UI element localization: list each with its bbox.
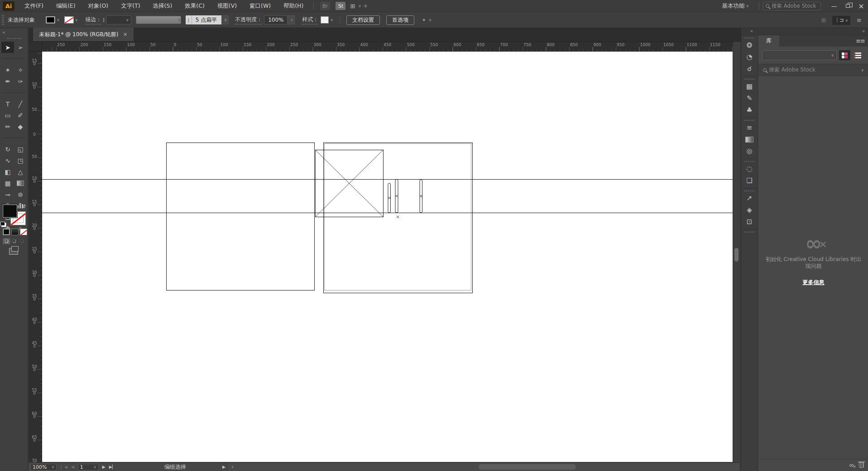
gpu-performance-icon[interactable]: ✈ [363,3,368,10]
rectangle-left[interactable] [167,143,315,290]
drag-handle[interactable] [2,15,4,25]
artwork-layer[interactable] [42,52,733,462]
magic-wand-tool[interactable]: ✶ [1,64,14,76]
direct-selection-tool[interactable]: ➢ [14,42,27,53]
drag-handle[interactable] [744,38,754,38]
eraser-tool[interactable]: ◆ [14,121,27,132]
gradient-icon[interactable] [741,133,758,145]
vertical-scrollbar[interactable] [733,42,739,462]
preferences-button[interactable]: 首选项 [386,15,414,25]
stock-button[interactable]: St [336,2,345,10]
horizontal-scrollbar[interactable]: ‹ [229,462,739,471]
asset-export-icon[interactable]: ↗ [741,192,758,204]
opacity-label[interactable]: 不透明度： [235,16,262,24]
gradient-button[interactable] [11,228,19,235]
color-panel-icon[interactable]: ❂ [741,39,758,51]
perspective-grid-tool[interactable]: △ [14,166,27,177]
color-guide-icon[interactable]: ◔ [741,51,758,63]
blend-tool[interactable]: ⊚ [14,189,27,200]
list-view-icon[interactable]: ≡ [857,17,862,24]
zoom-level-combo[interactable]: 100% ∨ [30,464,57,471]
chevron-down-icon[interactable]: ∨ [358,4,361,8]
menu-item-3[interactable]: 文字(T) [115,2,146,10]
paintbrush-tool[interactable]: ✐ [14,109,27,121]
library-select-combo[interactable]: ∨ [762,50,837,60]
scale-tool[interactable]: ◱ [14,143,27,155]
transparency-icon[interactable]: ◎ [741,145,758,157]
style-swatch[interactable] [321,16,329,24]
artboard-number-combo[interactable]: 1 ∨ [78,464,99,471]
adobe-stock-search-input[interactable]: 搜索 Adobe Stock [763,2,821,10]
drag-handle[interactable] [744,79,754,80]
rotate-tool[interactable]: ↻ [1,143,14,155]
delete-icon[interactable] [859,462,864,468]
drag-handle[interactable] [7,38,21,39]
panel-dock-toggle[interactable]: ⋮⊐ ∨ [832,16,850,25]
vertical-scrollbar-thumb[interactable] [734,248,739,262]
chevron-down-icon[interactable]: ∨ [330,18,333,22]
drag-handle[interactable] [744,161,754,162]
menu-item-6[interactable]: 视图(V) [211,2,243,10]
curvature-tool[interactable]: ✑ [14,76,27,87]
none-button[interactable] [20,228,27,235]
style-label[interactable]: 样式： [302,16,318,24]
type-tool[interactable]: T [1,98,14,109]
menu-item-7[interactable]: 窗口(W) [243,2,277,10]
status-expand-icon[interactable]: ▶ [222,465,225,469]
first-artboard-icon[interactable]: ▏◀ [61,465,67,469]
artboards-icon[interactable]: ⊡ [741,216,758,228]
center-point-marker[interactable] [397,216,399,218]
last-artboard-icon[interactable]: ▶▏ [109,465,115,469]
menu-item-8[interactable]: 帮助(H) [277,2,310,10]
brushes-icon[interactable]: ✎ [741,92,758,104]
bridge-button[interactable]: Br [320,2,330,10]
change-screen-mode-button[interactable] [9,248,18,255]
scroll-left-icon[interactable]: ‹ [231,464,234,470]
eyedropper-tool[interactable]: ⊸ [1,189,14,200]
swap-fill-stroke-icon[interactable]: ⇄ [21,203,27,209]
pencil-tool[interactable]: ✏ [1,121,14,132]
line-segment-tool[interactable]: ╱ [14,98,27,109]
stroke-weight-label[interactable]: 描边： [85,16,101,24]
selection-tool[interactable]: ➤ [1,42,14,53]
horizontal-scrollbar-thumb[interactable] [479,464,576,470]
fill-proxy-swatch[interactable] [2,204,18,218]
artboard-canvas[interactable] [42,52,733,462]
stroke-icon[interactable]: ≡ [741,122,758,133]
stroke-weight-combo[interactable]: ∨ [106,15,131,24]
vertical-ruler[interactable]: 1501005005010015020025030035040045050055… [29,52,42,462]
layers-icon[interactable]: ◈ [741,204,758,216]
draw-inside-button[interactable]: ❏ [18,238,26,244]
menu-item-2[interactable]: 对象(O) [82,2,115,10]
previous-artboard-icon[interactable]: ◀ [71,465,74,469]
shape-builder-tool[interactable]: ◧ [1,166,14,177]
fill-color-swatch[interactable] [46,16,55,24]
mesh-tool[interactable]: ▦ [1,177,14,189]
drag-handle[interactable] [744,120,754,121]
collapse-strip-icon[interactable]: « [750,29,753,33]
document-setup-button[interactable]: 文档设置 [346,15,380,25]
arrange-documents-icon[interactable]: ⊞ [350,3,355,10]
libraries-search-input[interactable]: 搜索 Adobe Stock ∨ [758,64,868,76]
panel-menu-icon[interactable]: ≡≡ [856,38,865,44]
lasso-tool[interactable]: ✧ [14,64,27,76]
ruler-origin-corner[interactable] [29,42,42,52]
stroke-color-swatch[interactable] [64,16,74,24]
chevron-down-icon[interactable]: ∨ [75,18,78,22]
pen-tool[interactable]: ✒ [1,76,14,87]
drag-handle[interactable] [744,190,754,191]
appearance-icon[interactable]: ◌ [741,163,758,175]
symbols-icon[interactable]: ♣ [741,104,758,116]
width-tool[interactable]: ∿ [1,155,14,166]
stroke-weight-stepper[interactable]: ▴▾ [103,17,105,23]
center-point-marker[interactable] [396,195,398,197]
minimize-button[interactable]: — [827,1,841,11]
cc-sync-error-icon[interactable]: ∞× [849,462,855,469]
opacity-value-field[interactable]: 100% [264,15,288,24]
workspace-switcher[interactable]: 基本功能 ∨ [722,2,749,10]
close-tab-icon[interactable]: × [123,31,127,38]
swatches-icon[interactable]: ▦ [741,81,758,92]
center-point-marker[interactable] [388,197,390,199]
grid-view-button[interactable] [839,50,850,60]
restore-button[interactable] [841,1,854,11]
